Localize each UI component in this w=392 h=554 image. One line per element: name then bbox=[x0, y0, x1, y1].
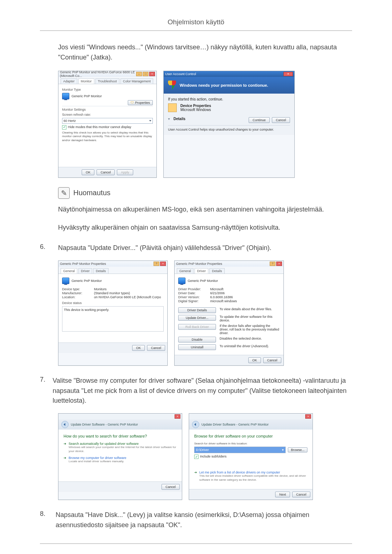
browse-button[interactable]: Browse... bbox=[288, 447, 307, 452]
cancel-button[interactable]: Cancel bbox=[263, 357, 281, 363]
device-status-box: This device is working properly. bbox=[62, 306, 164, 332]
tab-adapter[interactable]: Adapter bbox=[61, 78, 77, 84]
include-subfolders-checkbox[interactable]: ✔ bbox=[194, 455, 199, 459]
uac-details-toggle[interactable]: Details bbox=[173, 117, 185, 121]
ok-button[interactable]: OK bbox=[132, 345, 145, 351]
update-driver-button[interactable]: Update Driver... bbox=[178, 315, 216, 321]
apply-button[interactable]: Apply bbox=[117, 169, 133, 175]
dialog-title: Generic PnP Monitor Properties bbox=[176, 262, 222, 266]
monitor-icon bbox=[62, 278, 69, 284]
uninstall-button[interactable]: Uninstall bbox=[178, 344, 216, 350]
screenshots-row-1: Generic PnP Monitor and NVIDIA GeForce 6… bbox=[58, 71, 352, 178]
shield-icon bbox=[168, 81, 176, 90]
include-subfolders-label: Include subfolders bbox=[200, 455, 226, 458]
screenshots-row-2: Generic PnP Monitor Properties ? × Gener… bbox=[58, 260, 352, 366]
update-driver-desc: To update the driver software for this d… bbox=[220, 315, 280, 322]
step-number: 6. bbox=[40, 243, 51, 251]
manufacturer-value: (Standard monitor types) bbox=[94, 291, 130, 295]
note-icon: ✎ bbox=[58, 187, 70, 199]
step-number: 8. bbox=[40, 510, 48, 518]
tab-details[interactable]: Details bbox=[209, 268, 225, 274]
header-divider bbox=[40, 30, 352, 31]
close-button[interactable]: × bbox=[305, 414, 311, 419]
close-button[interactable]: ✕ bbox=[283, 72, 293, 76]
monitor-type-group: Monitor Type bbox=[62, 88, 153, 91]
option-desc: Windows will search your computer and th… bbox=[69, 446, 177, 453]
rollback-driver-button[interactable]: Roll Back Driver bbox=[178, 324, 216, 330]
tab-colormgmt[interactable]: Color Management bbox=[121, 78, 154, 84]
properties-button[interactable]: 🛡 Properties bbox=[128, 100, 153, 105]
path-input[interactable]: D:\Driver▾ bbox=[194, 447, 286, 453]
back-button[interactable] bbox=[192, 421, 199, 428]
tab-troubleshoot[interactable]: Troubleshoot bbox=[95, 78, 119, 84]
cancel-button[interactable]: Cancel bbox=[292, 492, 310, 497]
next-button[interactable]: Next bbox=[275, 492, 290, 497]
tab-monitor[interactable]: Monitor bbox=[78, 78, 94, 84]
cancel-button[interactable]: Cancel bbox=[97, 169, 115, 175]
tab-details[interactable]: Details bbox=[93, 268, 109, 274]
tab-driver[interactable]: Driver bbox=[78, 268, 92, 274]
uac-title: User Account Control bbox=[165, 72, 196, 76]
search-location-label: Search for driver software in this locat… bbox=[194, 442, 307, 445]
page-title: Ohjelmiston käyttö bbox=[40, 18, 352, 26]
monitor-properties-dialog: Generic PnP Monitor and NVIDIA GeForce 6… bbox=[58, 71, 157, 178]
tab-general[interactable]: General bbox=[177, 268, 193, 274]
cancel-button[interactable]: Cancel bbox=[147, 345, 165, 351]
tab-driver[interactable]: Driver bbox=[195, 268, 208, 274]
monitor-settings-group: Monitor Settings bbox=[62, 108, 153, 111]
note-heading: Huomautus bbox=[73, 189, 110, 197]
breadcrumb: Update Driver Software - Generic PnP Mon… bbox=[201, 423, 269, 426]
wizard-heading: Browse for driver software on your compu… bbox=[194, 434, 307, 438]
step-text: Napsauta "Have Disk..." (Levy) ja valits… bbox=[56, 510, 352, 530]
refresh-rate-label: Screen refresh rate: bbox=[62, 113, 153, 116]
breadcrumb: Update Driver Software - Generic PnP Mon… bbox=[71, 423, 138, 426]
option-browse-computer[interactable]: ➔Browse my computer for driver software … bbox=[64, 456, 177, 463]
close-button[interactable]: × bbox=[175, 414, 180, 419]
help-button[interactable]: ? bbox=[154, 262, 159, 266]
screenshots-row-3: × Update Driver Software - Generic PnP M… bbox=[58, 413, 352, 500]
chevron-down-icon[interactable]: ▾ bbox=[168, 117, 170, 121]
properties-general-dialog: Generic PnP Monitor Properties ? × Gener… bbox=[58, 260, 168, 366]
app-icon bbox=[168, 103, 177, 112]
option-pick-from-list[interactable]: ➔Let me pick from a list of device drive… bbox=[194, 471, 307, 482]
signer-value: microsoft windows bbox=[210, 299, 237, 303]
chevron-down-icon bbox=[149, 120, 151, 122]
back-button[interactable] bbox=[61, 421, 69, 428]
ok-button[interactable]: OK bbox=[248, 357, 261, 363]
option-search-auto[interactable]: ➔Search automatically for updated driver… bbox=[64, 442, 177, 453]
uac-item-title: Device Properties bbox=[180, 104, 211, 108]
uac-headline: Windows needs your permission to contion… bbox=[180, 83, 268, 87]
continue-button[interactable]: Continue bbox=[249, 117, 270, 123]
location-value: on NVIDIA GeForce 6600 LE (Microsoft Cor… bbox=[94, 295, 161, 299]
disable-button[interactable]: Disable bbox=[178, 337, 216, 342]
cancel-button[interactable]: Cancel bbox=[162, 484, 180, 490]
provider-value: Microsoft bbox=[210, 287, 224, 291]
maximize-button[interactable]: □ bbox=[143, 72, 148, 76]
refresh-rate-select[interactable]: 60 Hertz bbox=[62, 118, 153, 124]
help-button[interactable]: ? bbox=[270, 262, 275, 266]
uac-footer: User Account Control helps stop unauthor… bbox=[168, 125, 290, 131]
hide-modes-label: Hide modes that this monitor cannot disp… bbox=[68, 125, 131, 129]
update-driver-wizard-2: × Update Driver Software - Generic PnP M… bbox=[189, 413, 313, 500]
ok-button[interactable]: OK bbox=[82, 169, 94, 175]
dialog-title: Generic PnP Monitor Properties bbox=[60, 262, 106, 266]
signer-label: Digital Signer: bbox=[178, 299, 207, 303]
close-button[interactable]: × bbox=[160, 262, 166, 266]
tab-general[interactable]: General bbox=[61, 268, 77, 274]
arrow-icon: ➔ bbox=[64, 456, 66, 460]
cancel-button[interactable]: Cancel bbox=[272, 117, 290, 123]
note-p2: Hyväksytty alkuperäinen ohjain on saatav… bbox=[58, 223, 352, 233]
rollback-driver-desc: If the device fails after updating the d… bbox=[220, 324, 280, 335]
close-button[interactable]: × bbox=[276, 262, 282, 266]
step-text: Napsauta "Update Driver..." (Päivitä ohj… bbox=[58, 243, 271, 253]
date-label: Driver Date: bbox=[178, 291, 207, 295]
hide-modes-checkbox[interactable]: ✔ bbox=[62, 125, 66, 130]
step-number: 7. bbox=[40, 376, 45, 383]
arrow-icon: ➔ bbox=[64, 442, 66, 446]
date-value: 6/21/2006 bbox=[210, 291, 225, 295]
device-name: Generic PnP Monitor bbox=[72, 279, 102, 283]
minimize-button[interactable]: – bbox=[136, 72, 142, 76]
close-button[interactable]: × bbox=[149, 72, 155, 76]
device-type-value: Monitors bbox=[94, 287, 107, 291]
driver-details-button[interactable]: Driver Details bbox=[178, 307, 216, 313]
